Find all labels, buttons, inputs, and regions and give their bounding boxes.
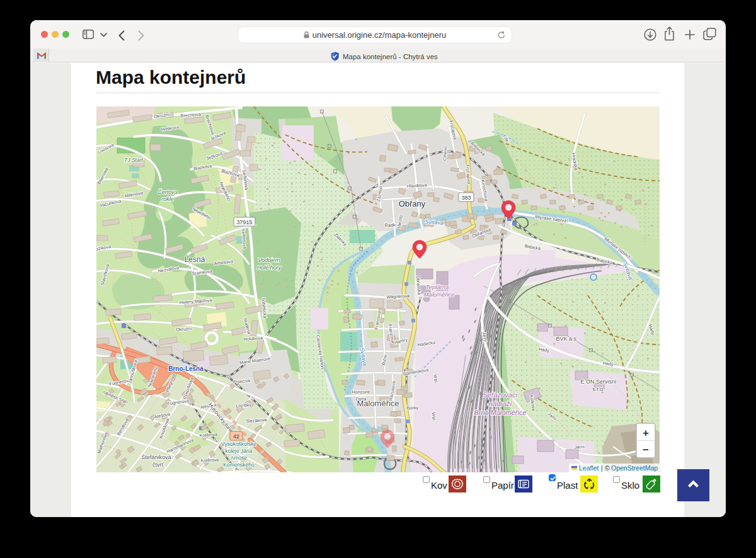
svg-text:Hlavátova: Hlavátova — [407, 182, 427, 189]
svg-text:Brno-Lesná: Brno-Lesná — [168, 365, 203, 372]
svg-text:TJ Start: TJ Start — [124, 157, 143, 163]
svg-text:čtvrť: čtvrť — [152, 462, 164, 468]
svg-text:©: © — [605, 464, 610, 472]
svg-text:Vodojem: Vodojem — [258, 257, 280, 263]
svg-text:Maloměřice: Maloměřice — [423, 291, 454, 298]
svg-text:OpenStreetMap: OpenStreetMap — [611, 464, 658, 472]
svg-text:Čertova: Čertova — [158, 189, 178, 195]
svg-text:Svitava: Svitava — [425, 219, 444, 226]
svg-text:E.ON Servisní: E.ON Servisní — [580, 379, 617, 385]
svg-text:Jarní: Jarní — [575, 444, 585, 450]
svg-text:Komenského: Komenského — [223, 462, 255, 468]
svg-text:koleje Jana: koleje Jana — [225, 448, 252, 454]
svg-text:|: | — [601, 464, 603, 472]
svg-text:Horizont/: Horizont/ — [352, 389, 370, 395]
svg-text:Vrbí: Vrbí — [430, 412, 437, 421]
svg-text:Štefánikova: Štefánikova — [141, 454, 171, 460]
svg-text:Borky: Borky — [406, 405, 418, 411]
svg-text:Obřany: Obřany — [399, 199, 426, 208]
svg-text:42: 42 — [233, 433, 239, 440]
svg-text:Brno Maloměřice: Brno Maloměřice — [474, 409, 526, 416]
svg-text:Jarní: Jarní — [481, 331, 488, 342]
svg-text:Vrbí: Vrbí — [432, 374, 438, 383]
svg-text:Amose: Amose — [231, 455, 248, 461]
svg-text:Teplárna: Teplárna — [426, 283, 449, 290]
svg-text:Maloměřice: Maloměřice — [357, 399, 399, 408]
svg-text:rokle: rokle — [161, 196, 174, 202]
svg-text:37915: 37915 — [236, 219, 252, 225]
svg-text:Vysokoškolské: Vysokoškolské — [221, 441, 256, 447]
svg-text:Holé hory: Holé hory — [257, 265, 282, 271]
svg-text:−: − — [643, 444, 649, 456]
svg-text:383: 383 — [461, 195, 471, 201]
svg-text:Seřazovací: Seřazovací — [483, 391, 518, 399]
svg-text:s.r.o.: s.r.o. — [592, 386, 605, 392]
svg-text:nádraží: nádraží — [489, 400, 513, 407]
svg-text:+: + — [643, 427, 649, 439]
svg-text:Leaflet: Leaflet — [579, 464, 599, 472]
svg-text:Lesná: Lesná — [185, 255, 205, 264]
svg-text:Kotěrova: Kotěrova — [200, 457, 219, 463]
svg-text:BVK a.s.: BVK a.s. — [556, 336, 578, 342]
svg-text:Wagnerova: Wagnerova — [386, 293, 410, 300]
